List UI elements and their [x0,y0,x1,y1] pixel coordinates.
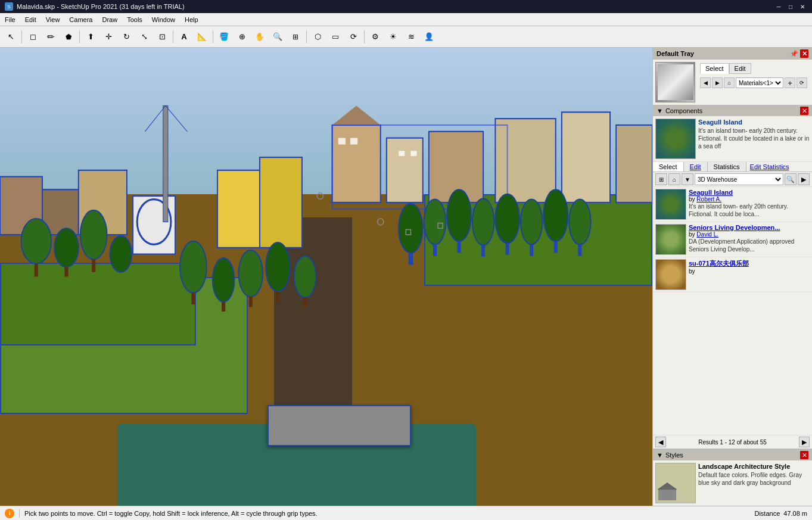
menu-edit[interactable]: Edit [20,15,41,24]
move-tool-button[interactable]: ✛ [100,29,117,45]
menu-camera[interactable]: Camera [64,15,97,24]
materials-add-button[interactable]: + [785,77,795,88]
viewport[interactable] [0,48,652,506]
zoom-window-button[interactable]: ⊞ [287,29,304,45]
materials-home-button[interactable]: ⌂ [724,77,735,88]
paint-bucket-button[interactable]: 🪣 [216,29,232,45]
result-title-2[interactable]: Seniors Living Developmen... [689,224,810,231]
component-options-button[interactable]: ▶ [798,173,810,185]
materials-tabs: Select Edit [698,62,810,75]
materials-refresh-button[interactable]: ⟳ [797,77,807,88]
orbit-tool-button[interactable]: ⊕ [234,29,250,45]
pan-tool-button[interactable]: ✋ [251,29,268,45]
result-title-1[interactable]: Seagull Island [689,189,810,196]
component-result-item[interactable]: su-071高尔夫俱乐部 by [653,257,812,292]
walk-tool-button[interactable]: ⟳ [345,29,362,45]
component-results-list: Seagull Island by Robert A. It's an isla… [653,187,812,435]
text-tool-button[interactable]: A [176,29,192,45]
styles-close-button[interactable]: ✕ [800,451,808,459]
menu-view[interactable]: View [41,15,65,24]
components-section-title: Components [665,107,702,114]
select-tool-button[interactable]: ↖ [2,29,19,45]
menu-file[interactable]: File [0,15,20,24]
components-section-header[interactable]: ▼ Components ✕ [653,105,812,116]
rotate-tool-button[interactable]: ↻ [118,29,135,45]
zoom-tool-button[interactable]: 🔍 [269,29,286,45]
components-close-button[interactable]: ✕ [800,107,808,115]
component-nav-button[interactable]: ▼ [682,173,693,185]
main-area: Default Tray 📌 ✕ Select Edit ◀ [0,48,812,506]
maximize-button[interactable]: □ [786,2,795,11]
comp-tab-select[interactable]: Select [653,162,684,172]
result-author-2[interactable]: David L. [696,231,718,238]
statusbar: i Pick two points to move. Ctrl = toggle… [0,506,812,520]
toolbar-separator-3 [173,30,173,43]
main-toolbar: ↖ ◻ ✏ ⬟ ⬆ ✛ ↻ ⤡ ⊡ A 📐 🪣 ⊕ ✋ 🔍 ⊞ ⬡ ▭ ⟳ ⚙ … [0,26,812,48]
toolbar-separator-5 [306,30,307,43]
components-preview: Seagull Island It's an island town- earl… [653,116,812,162]
statusbar-separator [19,509,20,518]
measure-tape-button[interactable]: 📐 [194,29,210,45]
result-by-3: by [689,268,810,275]
section-plane-button[interactable]: ▭ [327,29,344,45]
component-home-button[interactable]: ⌂ [668,173,680,185]
pin-icon[interactable]: 📌 [789,49,799,58]
materials-forward-button[interactable]: ▶ [712,77,723,88]
component-result-item[interactable]: Seniors Living Developmen... by David L.… [653,222,812,257]
component-search-button[interactable]: 🔍 [785,173,797,185]
close-button[interactable]: ✕ [798,2,807,11]
distance-value: 47.08 m [783,510,807,517]
styles-content: Landscape Architecture Style Default fac… [653,460,812,506]
push-pull-button[interactable]: ⬆ [82,29,99,45]
result-thumbnail-1 [655,189,686,220]
offset-tool-button[interactable]: ⊡ [154,29,170,45]
person-button[interactable]: 👤 [421,29,437,45]
menu-draw[interactable]: Draw [97,15,122,24]
tray-close-button[interactable]: ✕ [800,49,808,58]
materials-dropdown[interactable]: Materials<1> [736,77,783,88]
status-message: Pick two points to move. Ctrl = toggle C… [24,510,318,517]
materials-section: Select Edit ◀ ▶ ⌂ Materials<1> + ⟳ [653,60,812,105]
model-info-button[interactable]: ⚙ [367,29,384,45]
styles-thumbnail [655,463,696,503]
styles-style-name: Landscape Architecture Style [698,463,810,470]
materials-select-tab[interactable]: Select [700,63,729,74]
shapes-tool-button[interactable]: ⬟ [60,29,77,45]
window-controls[interactable]: ─ □ ✕ [774,2,807,11]
component-pagination: ◀ Results 1 - 12 of about 55 ▶ [653,435,812,449]
distance-label: Distance [754,510,780,517]
components-header-left: ▼ Components [657,107,702,114]
pagination-forward-button[interactable]: ▶ [799,437,810,447]
result-by-2: by David L. [689,231,810,238]
minimize-button[interactable]: ─ [774,2,783,11]
pagination-back-button[interactable]: ◀ [655,437,666,447]
toolbar-separator-4 [213,30,213,43]
comp-tab-edit[interactable]: Edit [684,162,708,172]
component-source-dropdown[interactable]: 3D Warehouse [695,173,783,185]
comp-tab-statistics[interactable]: Statistics [708,162,746,172]
styles-info: Landscape Architecture Style Default fac… [698,463,810,503]
pencil-tool-button[interactable]: ✏ [42,29,59,45]
result-author-1[interactable]: Robert A. [696,196,721,203]
app-icon: S [5,2,13,11]
component-view-button[interactable]: ⊞ [655,173,667,185]
menu-window[interactable]: Window [147,15,180,24]
fog-button[interactable]: ≋ [403,29,419,45]
component-icon-button[interactable]: ⬡ [309,29,326,45]
default-tray-title: Default Tray [657,50,694,57]
menu-help[interactable]: Help [180,15,203,24]
result-desc-1: It's an island town- early 20th century.… [689,203,810,218]
style-house-icon [658,488,676,500]
scale-tool-button[interactable]: ⤡ [136,29,153,45]
menu-tools[interactable]: Tools [122,15,147,24]
result-title-3[interactable]: su-071高尔夫俱乐部 [689,259,810,268]
edit-statistics-link[interactable]: Edit Statistics [746,162,812,172]
component-result-item[interactable]: Seagull Island by Robert A. It's an isla… [653,187,812,222]
styles-section-header[interactable]: ▼ Styles ✕ [653,450,812,460]
tray-header-icons: 📌 ✕ [789,49,808,58]
materials-back-button[interactable]: ◀ [700,77,711,88]
materials-edit-tab[interactable]: Edit [729,63,751,74]
component-tabs: Select Edit Statistics Edit Statistics [653,162,812,172]
eraser-tool-button[interactable]: ◻ [24,29,41,45]
shadow-button[interactable]: ☀ [385,29,402,45]
